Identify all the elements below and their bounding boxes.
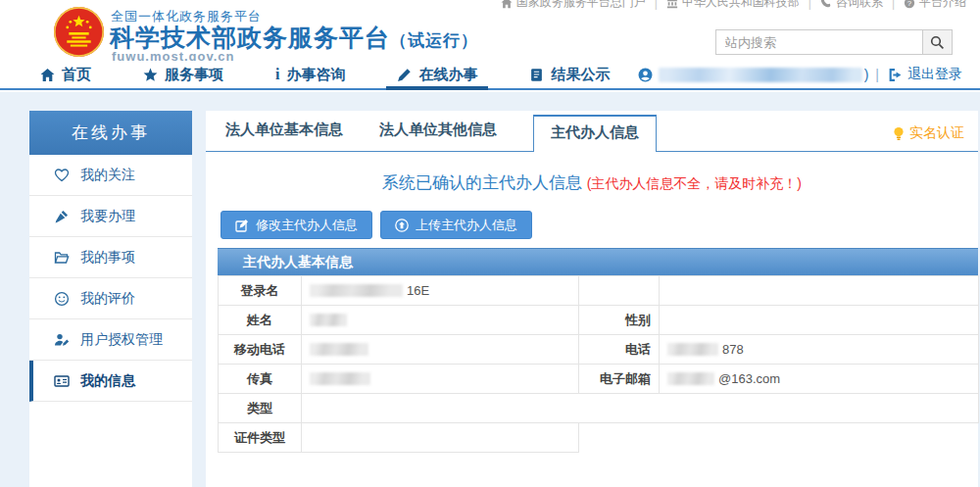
redacted-value	[667, 343, 718, 356]
edit-icon	[235, 219, 249, 232]
section-header: 主代办人基本信息	[218, 248, 978, 275]
sidebar-item-matters[interactable]: 我的事项	[29, 237, 192, 278]
link-label: 国家政务服务平台总门户	[516, 0, 646, 11]
nav-user-area: ) | 退出登录	[638, 61, 962, 88]
table-row: 类型	[219, 394, 979, 423]
upload-icon	[395, 219, 409, 232]
field-value: 878	[660, 335, 979, 365]
svg-text:?: ?	[907, 0, 911, 7]
tab-legal-other-info[interactable]: 法人单位其他信息	[379, 121, 497, 151]
field-label: 电子邮箱	[579, 365, 660, 394]
star-icon	[143, 68, 158, 82]
redacted-value	[310, 372, 370, 385]
table-row: 传真 电子邮箱 @163.com	[219, 365, 979, 394]
folder-icon	[54, 250, 70, 266]
main-navbar: 首页 服务事项 i 办事咨询 在线办事 结果公示 ) | 退出登录	[0, 61, 980, 90]
field-label: 证件类型	[219, 423, 302, 453]
redacted-value	[667, 372, 714, 385]
content-panel: 法人单位基本信息 法人单位其他信息 主代办人信息 实名认证 系统已确认的主代办人…	[206, 111, 978, 487]
info-icon: i	[275, 67, 279, 82]
nav-items: 首页 服务事项 i 办事咨询 在线办事 结果公示	[37, 61, 659, 88]
field-value	[302, 335, 579, 365]
field-value	[660, 276, 979, 306]
trial-suffix: （试运行）	[390, 31, 478, 50]
bank-icon	[666, 0, 678, 9]
sidebar-title: 在线办事	[29, 111, 192, 155]
user-circle-icon	[638, 68, 653, 82]
username-redacted	[659, 68, 862, 82]
pencil-icon	[397, 68, 412, 82]
edit-agent-info-button[interactable]: 修改主代办人信息	[220, 211, 372, 239]
link-label: 咨询联系	[836, 0, 883, 11]
tab-bar: 法人单位基本信息 法人单位其他信息 主代办人信息 实名认证	[206, 111, 978, 152]
field-value: @163.com	[660, 365, 979, 394]
nav-item-results[interactable]: 结果公示	[526, 61, 612, 88]
link-label: 中华人民共和国科技部	[682, 0, 800, 11]
page-background: 在线办事 我的关注 我要办理 我的事项 我的评价 用户授权管理 我的信息 法人	[0, 92, 980, 487]
table-row: 登录名 16E	[219, 276, 979, 306]
field-value: 16E	[302, 276, 579, 306]
field-value	[302, 394, 979, 423]
link-contact[interactable]: 咨询联系	[820, 0, 883, 11]
link-about[interactable]: ? 平台介绍	[904, 0, 966, 11]
field-label: 登录名	[219, 276, 302, 306]
field-value	[302, 423, 579, 453]
confirmed-info-title: 系统已确认的主代办人信息	[382, 173, 582, 192]
redacted-value	[310, 284, 403, 297]
table-row: 移动电话 电话 878	[219, 335, 979, 365]
sidebar: 在线办事 我的关注 我要办理 我的事项 我的评价 用户授权管理 我的信息	[29, 111, 192, 487]
agent-info-table: 登录名 16E 姓名 性别 移动电话 电话 878 传真 电子邮箱	[218, 275, 979, 453]
nav-item-services[interactable]: 服务事项	[140, 61, 226, 88]
field-value	[302, 306, 579, 335]
redacted-value	[310, 314, 347, 326]
national-emblem-logo	[53, 6, 105, 58]
sidebar-item-apply[interactable]: 我要办理	[29, 196, 192, 237]
logout-icon	[888, 68, 903, 82]
field-value	[302, 365, 579, 394]
field-label: 性别	[579, 306, 660, 335]
field-label: 传真	[219, 365, 302, 394]
nav-item-home[interactable]: 首页	[37, 61, 94, 88]
field-label	[579, 276, 660, 306]
field-value	[660, 306, 979, 335]
action-buttons: 修改主代办人信息 上传主代办人信息	[220, 211, 978, 239]
home-icon	[501, 0, 513, 9]
incomplete-warning: (主代办人信息不全，请及时补充！)	[587, 175, 802, 191]
top-utility-bar: 国家政务服务平台总门户 | 中华人民共和国科技部 | 咨询联系 | ? 平台介绍	[501, 0, 966, 11]
smiley-icon	[54, 291, 70, 307]
nav-item-online[interactable]: 在线办事	[394, 61, 480, 88]
phone-icon	[820, 0, 832, 9]
table-row: 姓名 性别	[219, 306, 979, 335]
link-label: 平台介绍	[919, 0, 966, 11]
search-input[interactable]	[715, 29, 923, 55]
id-card-icon	[54, 373, 70, 389]
tab-legal-basic-info[interactable]: 法人单位基本信息	[225, 121, 343, 151]
sidebar-item-my-info[interactable]: 我的信息	[29, 361, 192, 402]
sidebar-item-authorization[interactable]: 用户授权管理	[29, 319, 192, 361]
field-label: 电话	[579, 335, 660, 365]
sidebar-item-reviews[interactable]: 我的评价	[29, 278, 192, 319]
sidebar-item-favorites[interactable]: 我的关注	[29, 155, 192, 196]
home-icon	[40, 68, 55, 82]
logout-button[interactable]: 退出登录	[888, 66, 962, 83]
field-label: 姓名	[219, 306, 302, 335]
lightbulb-icon	[892, 126, 906, 141]
heart-icon	[54, 168, 70, 183]
user-pen-icon	[54, 332, 70, 348]
realname-auth-badge[interactable]: 实名认证	[892, 124, 964, 142]
search-button[interactable]	[923, 29, 953, 55]
tab-agent-info[interactable]: 主代办人信息	[533, 115, 657, 152]
nav-item-consult[interactable]: i 办事咨询	[272, 61, 348, 88]
upload-agent-info-button[interactable]: 上传主代办人信息	[380, 211, 532, 239]
link-most[interactable]: 中华人民共和国科技部	[666, 0, 800, 11]
table-row: 证件类型	[219, 423, 979, 453]
search-icon	[930, 35, 945, 50]
link-national-portal[interactable]: 国家政务服务平台总门户	[501, 0, 646, 11]
field-label: 类型	[219, 394, 302, 423]
question-icon: ?	[904, 0, 915, 9]
field-label: 移动电话	[219, 335, 302, 365]
pen-icon	[54, 209, 70, 224]
site-search	[715, 29, 953, 55]
page-title: 系统已确认的主代办人信息 (主代办人信息不全，请及时补充！)	[206, 171, 978, 194]
username-suffix: )	[864, 67, 869, 82]
